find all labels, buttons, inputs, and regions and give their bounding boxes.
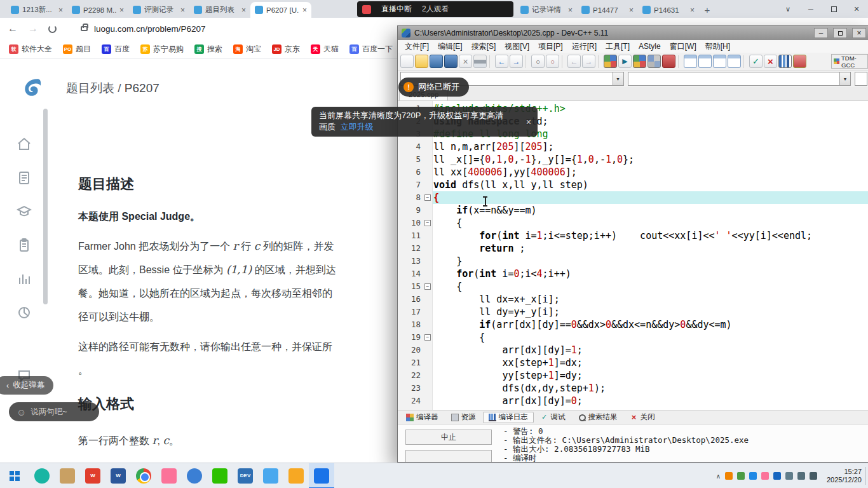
live-status-pill[interactable]: 直播中断 2人观看 (357, 1, 513, 17)
bookmark-item[interactable]: 百百度 (102, 44, 130, 55)
menu-item[interactable]: 工具[T] (601, 40, 634, 53)
back-icon[interactable]: ← (8, 23, 18, 34)
tray-basket-icon[interactable] (725, 472, 733, 480)
taskbar-qq[interactable] (283, 463, 309, 488)
menu-item[interactable]: AStyle (634, 41, 665, 52)
tray-network-icon[interactable] (810, 472, 817, 480)
tab-close-icon[interactable]: × (302, 6, 307, 15)
code-line[interactable]: ll n,m,arr[205][205]; (433, 140, 868, 153)
taskbar-wps[interactable]: W (80, 463, 105, 488)
refresh-icon[interactable] (48, 25, 57, 33)
combo-dropdown-icon[interactable]: ▼ (839, 72, 850, 85)
menu-item[interactable]: 编辑[E] (433, 40, 467, 53)
code-line[interactable]: { (433, 217, 868, 229)
compiler-profile-select[interactable]: TDM-GCC (831, 54, 868, 69)
training-icon[interactable] (17, 204, 32, 219)
browser-tab[interactable]: 记录详情× (516, 2, 577, 18)
taskbar-cloud[interactable] (258, 463, 283, 488)
run-icon[interactable] (618, 55, 632, 68)
compile-icon[interactable] (604, 55, 617, 68)
toast-close-icon[interactable]: × (526, 116, 531, 128)
taskbar-clock[interactable]: 15:27 2025/12/20 (827, 463, 862, 488)
profiler-log-icon[interactable] (793, 55, 806, 68)
panel-tab-debug-check[interactable]: 调试 (535, 412, 571, 423)
taskbar-wechat[interactable] (207, 463, 233, 488)
browser-tab[interactable]: P14477× (577, 2, 638, 18)
debug-icon[interactable] (662, 55, 675, 68)
tray-messenger-icon[interactable] (749, 472, 757, 480)
tab-close-icon[interactable]: × (690, 6, 695, 15)
tray-bluetooth-icon[interactable] (773, 472, 781, 480)
tab-close-icon[interactable]: × (629, 6, 634, 15)
tab-search-chevron-icon[interactable]: ∨ (776, 0, 799, 18)
devcpp-maximize-icon[interactable] (833, 28, 847, 38)
bookmark-item[interactable]: 软软件大全 (9, 44, 52, 55)
back-icon[interactable] (567, 55, 581, 68)
member-browser-combo[interactable]: ▼ (628, 72, 851, 86)
code-line[interactable]: { (433, 191, 868, 204)
new-file-icon[interactable] (400, 55, 414, 68)
editor-code[interactable]: #include<bits/stdc++.h>using namespace s… (433, 101, 868, 410)
menu-item[interactable]: 搜索[S] (467, 40, 501, 53)
code-line[interactable]: ll dx=x+_x[i]; (433, 293, 868, 306)
browser-tab[interactable]: P14631× (638, 2, 699, 18)
code-line[interactable]: ll dy=y+_y[i]; (433, 306, 868, 318)
bookmark-item[interactable]: 百百度一下 (349, 44, 393, 55)
code-line[interactable]: yy[step+1]=dy; (433, 369, 868, 382)
tab-close-icon[interactable]: × (180, 6, 185, 15)
code-line[interactable]: arr[dx][dy]=1; (433, 344, 868, 356)
danmaku-collapse-button[interactable]: ‹ 收起弹幕 (0, 376, 53, 395)
devcpp-title-bar[interactable]: C:\Users\Administrator\Desktop\2025.cpp … (398, 26, 868, 40)
redo-icon[interactable] (510, 55, 523, 68)
tab-close-icon[interactable]: × (58, 6, 63, 15)
code-line[interactable]: } (433, 255, 868, 268)
fold-marker-icon[interactable]: − (424, 220, 431, 226)
code-line[interactable]: void dfs(ll x,ll y,ll step) (433, 179, 868, 191)
taskbar-meeting[interactable] (309, 463, 334, 488)
breadcrumb-list[interactable]: 题目列表 (66, 81, 114, 95)
code-line[interactable]: for(int i=1;i<=step;i++) cout<<xx[i]<<' … (433, 229, 868, 242)
home-icon[interactable] (17, 137, 32, 152)
tray-volume-icon[interactable] (797, 472, 805, 480)
taskbar-chrome[interactable] (131, 463, 156, 488)
bookmark-item[interactable]: 淘淘宝 (233, 44, 261, 55)
menu-item[interactable]: 项目[P] (534, 40, 567, 53)
window-close-icon[interactable]: × (845, 0, 868, 18)
code-line[interactable]: return ; (433, 242, 868, 255)
profile-chart-icon[interactable] (778, 55, 792, 68)
taskbar-browser-circle[interactable] (29, 463, 55, 488)
save-all-icon[interactable] (444, 55, 458, 68)
address-bar[interactable]: luogu.com.cn/problem/P6207 (94, 24, 206, 34)
panel-tab-compiler-grid[interactable]: 编译器 (400, 412, 444, 423)
show-desktop-button[interactable] (865, 467, 868, 485)
new-tab-button[interactable]: + (699, 2, 715, 18)
window-2-icon[interactable] (698, 55, 712, 68)
open-file-icon[interactable] (415, 55, 428, 68)
sidebar-scrollbar[interactable] (43, 109, 48, 304)
record-icon[interactable] (17, 238, 32, 253)
abort-compile-icon[interactable] (764, 55, 777, 68)
taskbar-dev-cpp[interactable]: DEV (233, 463, 258, 488)
compile-run-icon[interactable] (633, 55, 646, 68)
panel-tab-search-results[interactable]: 搜索结果 (573, 412, 623, 423)
menu-item[interactable]: 运行[R] (567, 40, 601, 53)
bookmark-item[interactable]: JD京东 (272, 44, 300, 55)
browser-tab[interactable]: 评测记录× (128, 2, 189, 18)
ranking-icon[interactable] (17, 271, 32, 287)
menu-item[interactable]: 帮助[H] (701, 40, 735, 53)
danmaku-input[interactable]: ☺ 说两句吧~ (9, 402, 99, 421)
abort-button[interactable]: 中止 (405, 430, 492, 445)
tray-expand-icon[interactable]: ∧ (716, 473, 721, 480)
taskbar-compass[interactable] (182, 463, 207, 488)
tray-display-icon[interactable] (785, 472, 793, 480)
code-line[interactable]: if(arr[dx][dy]==0&&dx>0&&dx<=n&&dy>0&&dy… (433, 318, 868, 331)
browser-tab[interactable]: 1213新...× (6, 2, 67, 18)
window-minimize-icon[interactable]: ─ (799, 0, 822, 18)
start-button[interactable] (0, 463, 29, 488)
code-line[interactable]: { (433, 280, 868, 293)
fold-marker-icon[interactable]: − (424, 334, 431, 341)
forward-icon[interactable]: → (28, 23, 38, 34)
code-line[interactable]: ll _x[]={0,1,0,-1},_y[]={1,0,-1,0}; (433, 153, 868, 166)
tab-close-icon[interactable]: × (568, 6, 573, 15)
bookmark-item[interactable]: PO题目 (63, 44, 91, 55)
